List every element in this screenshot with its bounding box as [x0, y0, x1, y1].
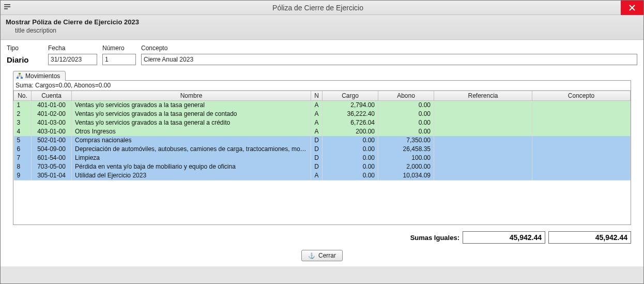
cell-n: A [311, 110, 323, 118]
cell-cargo: 0.00 [323, 154, 378, 162]
concepto-label: Concepto [141, 44, 637, 52]
cell-no: 9 [14, 171, 32, 181]
cell-n: D [311, 145, 323, 154]
movements-table[interactable]: No. Cuenta Nombre N Cargo Abono Referenc… [13, 91, 631, 181]
table-row[interactable]: 7601-54-00LimpiezaD0.00100.00 [14, 154, 631, 162]
cell-nombre: Compras nacionales [72, 136, 311, 145]
cell-nombre: Ventas y/o servicios gravados a la tasa … [72, 101, 311, 110]
suma-line: Suma: Cargos=0.00, Abonos=0.00 [13, 81, 631, 91]
cell-ref [434, 171, 532, 181]
cell-ref [434, 118, 532, 127]
numero-label: Número [102, 44, 136, 52]
cell-n: A [311, 127, 323, 136]
cell-cargo: 36,222.40 [323, 110, 378, 118]
cell-concep [532, 101, 631, 110]
col-no[interactable]: No. [14, 91, 32, 101]
cell-ref [434, 101, 532, 110]
fecha-input[interactable] [48, 54, 97, 65]
cell-cuenta: 401-01-00 [32, 101, 72, 110]
col-nombre[interactable]: Nombre [72, 91, 311, 101]
cell-concep [532, 118, 631, 127]
cerrar-label: Cerrar [318, 252, 336, 259]
concepto-input[interactable] [141, 54, 637, 65]
cell-abono: 0.00 [378, 127, 434, 136]
cell-concep [532, 127, 631, 136]
cell-ref [434, 162, 532, 171]
cell-concep [532, 162, 631, 171]
table-row[interactable]: 6504-09-00Depreciación de automóviles, a… [14, 145, 631, 154]
cell-concep [532, 145, 631, 154]
table-row[interactable]: 5502-01-00Compras nacionalesD0.007,350.0… [14, 136, 631, 145]
header-band: Mostrar Póliza de Cierre de Ejercicio 20… [1, 15, 643, 40]
header-title: Mostrar Póliza de Cierre de Ejercicio 20… [6, 18, 638, 26]
cell-no: 8 [14, 162, 32, 171]
cell-abono: 7,350.00 [378, 136, 434, 145]
cell-abono: 0.00 [378, 101, 434, 110]
tab-strip: Movimientos [9, 70, 637, 80]
header-subtitle: title description [6, 26, 638, 34]
cell-cuenta: 703-05-00 [32, 162, 72, 171]
cell-nombre: Ventas y/o servicios gravados a la tasa … [72, 118, 311, 127]
cell-nombre: Otros Ingresos [72, 127, 311, 136]
cell-concep [532, 171, 631, 181]
cell-nombre: Pérdida en venta y/o baja de mobiliario … [72, 162, 311, 171]
title-bar: Póliza de Cierre de Ejercicio [1, 1, 643, 15]
app-icon [1, 1, 15, 15]
cell-ref [434, 145, 532, 154]
cell-cargo: 0.00 [323, 136, 378, 145]
dialog-window: Póliza de Cierre de Ejercicio Mostrar Pó… [0, 0, 644, 284]
table-row[interactable]: 1401-01-00Ventas y/o servicios gravados … [14, 101, 631, 110]
form-area: Tipo Fecha Número Concepto Diario [1, 40, 643, 266]
close-window-button[interactable] [621, 1, 643, 15]
cell-cargo: 200.00 [323, 127, 378, 136]
total-cargo: 45,942.44 [463, 231, 545, 244]
cell-cuenta: 601-54-00 [32, 154, 72, 162]
fecha-label: Fecha [48, 44, 97, 52]
col-abono[interactable]: Abono [378, 91, 434, 101]
numero-input[interactable] [102, 54, 136, 65]
cell-cuenta: 504-09-00 [32, 145, 72, 154]
tab-movimientos[interactable]: Movimientos [13, 71, 66, 81]
cell-abono: 0.00 [378, 110, 434, 118]
cell-cargo: 0.00 [323, 145, 378, 154]
footer-buttons: ⚓ Cerrar [7, 248, 637, 266]
col-concepto[interactable]: Concepto [532, 91, 631, 101]
cell-ref [434, 136, 532, 145]
cell-cargo: 0.00 [323, 162, 378, 171]
cell-nombre: Ventas y/o servicios gravados a la tasa … [72, 110, 311, 118]
cell-nombre: Utilidad del Ejercicio 2023 [72, 171, 311, 181]
cell-n: A [311, 118, 323, 127]
tipo-value: Diario [7, 55, 43, 64]
col-cargo[interactable]: Cargo [323, 91, 378, 101]
grid-container: Suma: Cargos=0.00, Abonos=0.00 No. Cuent… [13, 80, 631, 225]
table-row[interactable]: 2401-02-00Ventas y/o servicios gravados … [14, 110, 631, 118]
col-n[interactable]: N [311, 91, 323, 101]
cell-cuenta: 401-03-00 [32, 118, 72, 127]
cell-abono: 100.00 [378, 154, 434, 162]
col-cuenta[interactable]: Cuenta [32, 91, 72, 101]
cell-concep [532, 154, 631, 162]
cell-ref [434, 110, 532, 118]
cell-abono: 0.00 [378, 118, 434, 127]
cell-n: A [311, 101, 323, 110]
cell-n: D [311, 154, 323, 162]
table-row[interactable]: 9305-01-04Utilidad del Ejercicio 2023A0.… [14, 171, 631, 181]
cell-abono: 10,034.09 [378, 171, 434, 181]
table-row[interactable]: 8703-05-00Pérdida en venta y/o baja de m… [14, 162, 631, 171]
tipo-label: Tipo [7, 44, 43, 52]
cell-concep [532, 136, 631, 145]
cell-cargo: 0.00 [323, 171, 378, 181]
cell-no: 7 [14, 154, 32, 162]
svg-rect-1 [17, 77, 19, 79]
cell-abono: 26,458.35 [378, 145, 434, 154]
table-row[interactable]: 4403-01-00Otros IngresosA200.000.00 [14, 127, 631, 136]
cell-concep [532, 110, 631, 118]
cerrar-button[interactable]: ⚓ Cerrar [301, 250, 343, 261]
cell-no: 5 [14, 136, 32, 145]
cell-no: 2 [14, 110, 32, 118]
cell-no: 4 [14, 127, 32, 136]
col-referencia[interactable]: Referencia [434, 91, 532, 101]
table-row[interactable]: 3401-03-00Ventas y/o servicios gravados … [14, 118, 631, 127]
cell-nombre: Depreciación de automóviles, autobuses, … [72, 145, 311, 154]
cell-cuenta: 502-01-00 [32, 136, 72, 145]
